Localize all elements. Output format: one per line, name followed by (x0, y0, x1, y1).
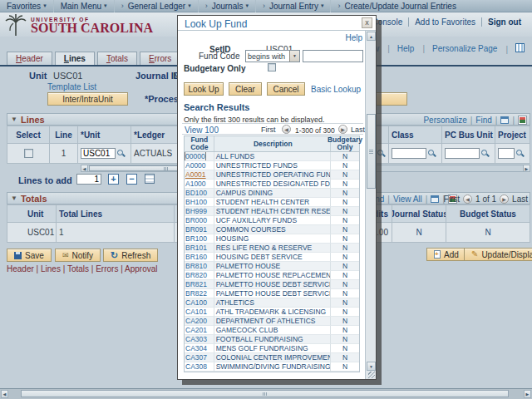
page-next-icon[interactable]: ▶ (500, 195, 509, 204)
page-previous-icon[interactable]: ◀ (282, 125, 291, 134)
modal-vscrollbar[interactable]: ▲ ▼ (365, 31, 376, 379)
view-100-link[interactable]: View 100 (185, 126, 219, 135)
scroll-right-icon[interactable]: ▶ (524, 390, 531, 398)
add-to-favorites-link[interactable]: Add to Favorites (408, 17, 481, 27)
operator-select[interactable]: begins with ▼ (245, 50, 300, 62)
lines-find-link[interactable]: Find (475, 116, 491, 125)
fund-code-link[interactable]: BR000 (185, 216, 207, 224)
download-spreadsheet-icon[interactable] (518, 116, 527, 125)
breadcrumb-journals[interactable]: ›Journals▾ (199, 0, 256, 12)
results-last-label[interactable]: Last (351, 126, 365, 134)
fund-code-link[interactable]: BR100 (185, 234, 207, 243)
line-class-input[interactable] (392, 148, 426, 159)
class-lookup-icon[interactable] (428, 150, 436, 158)
fund-code-link[interactable]: BR822 (185, 289, 207, 298)
menu-favorites[interactable]: Favorites▾ (0, 0, 54, 12)
modal-help-link[interactable]: Help (345, 33, 362, 42)
modal-vscroll-thumb[interactable] (367, 114, 376, 189)
unit-lookup-icon[interactable] (117, 150, 126, 158)
fund-code-input[interactable] (303, 50, 363, 62)
grid-layout-icon[interactable] (515, 43, 525, 52)
inter-intra-unit-button[interactable]: Inter/IntraUnit (47, 92, 128, 106)
menu-main-menu[interactable]: Main Menu▾ (54, 0, 115, 12)
line-project-input[interactable] (498, 148, 515, 159)
zoom-window-icon[interactable] (500, 116, 509, 124)
fund-code-link[interactable]: A0001 (185, 170, 206, 179)
fund-code-link[interactable]: A1000 (185, 180, 206, 188)
scroll-right-icon[interactable]: ▶ (523, 165, 530, 172)
fund-code-link[interactable]: A0000 (185, 161, 206, 170)
collapse-triangle-icon[interactable]: ▼ (11, 195, 17, 202)
add-button[interactable]: Add (426, 248, 466, 261)
fund-code-link[interactable]: BR810 (185, 262, 207, 270)
personalize-page-link[interactable]: Personalize Page (418, 44, 501, 53)
update-display-button[interactable]: ✎Update/Display (464, 248, 532, 261)
sign-out-link[interactable]: Sign out (481, 17, 527, 27)
tab-totals[interactable]: Totals (97, 52, 137, 65)
totals-view-all-link[interactable]: View All (393, 195, 422, 204)
fund-code-link[interactable]: BR091 (185, 225, 207, 234)
footer-link-header[interactable]: Header (7, 264, 34, 273)
footer-link-totals[interactable]: Totals (67, 264, 89, 273)
line-unit-input[interactable] (81, 148, 116, 159)
breadcrumb-general-ledger[interactable]: ›General Ledger▾ (115, 0, 199, 12)
line-select-checkbox[interactable] (24, 149, 33, 158)
fund-code-link[interactable]: BR821 (185, 280, 207, 288)
fund-code-link[interactable]: CA304 (185, 344, 207, 352)
fund-code-link[interactable]: CA303 (185, 335, 207, 343)
line-pc-bus-unit-input[interactable] (445, 148, 480, 159)
tab-header[interactable]: Header (7, 52, 52, 65)
page-previous-icon[interactable]: ◀ (463, 195, 472, 204)
resize-grip-icon[interactable] (368, 372, 375, 378)
notify-button[interactable]: ✉Notify (55, 249, 101, 262)
chevron-down-icon[interactable]: ▼ (289, 51, 299, 62)
fund-code-link[interactable]: BR101 (185, 244, 207, 252)
fund-code-link[interactable]: BR820 (185, 271, 207, 279)
fund-code-link[interactable]: CA200 (185, 317, 207, 325)
basic-lookup-link[interactable]: Basic Lookup (311, 85, 361, 94)
fund-code-link[interactable]: BH999 (185, 207, 207, 215)
project-lookup-icon[interactable] (516, 150, 525, 158)
fund-code-link[interactable]: CA101 (185, 308, 207, 316)
save-button[interactable]: Save (7, 249, 52, 262)
copy-journal-lines-icon[interactable] (145, 174, 155, 184)
hidden-field-lookup-icon[interactable] (377, 150, 386, 158)
footer-link-lines[interactable]: Lines (41, 264, 61, 273)
scroll-left-icon[interactable]: ◀ (1, 390, 8, 398)
window-hscroll-thumb[interactable] (21, 390, 509, 397)
delete-line-button[interactable]: − (126, 174, 137, 185)
scroll-up-icon[interactable]: ▲ (367, 32, 376, 41)
cancel-button[interactable]: Cancel (267, 82, 305, 96)
budget-status-value[interactable]: N (446, 223, 530, 243)
tab-errors[interactable]: Errors (140, 52, 180, 65)
fund-code-link[interactable]: 00000 (185, 152, 205, 160)
template-list-link[interactable]: Template List (47, 82, 96, 91)
collapse-triangle-icon[interactable]: ▼ (11, 116, 17, 123)
close-icon[interactable]: x (362, 17, 372, 28)
scroll-down-icon[interactable]: ▼ (367, 362, 376, 371)
lines-to-add-input[interactable] (76, 174, 101, 185)
journal-status-value[interactable]: N (392, 223, 446, 243)
totals-last-label[interactable]: Last (512, 195, 528, 204)
scroll-left-icon[interactable]: ◀ (81, 165, 88, 172)
footer-link-approval[interactable]: Approval (125, 264, 157, 273)
zoom-window-icon[interactable] (431, 195, 439, 203)
breadcrumb-journal-entry[interactable]: ›Journal Entry▾ (256, 0, 331, 12)
pc-bus-unit-lookup-icon[interactable] (481, 150, 490, 158)
fund-code-link[interactable]: BD100 (185, 189, 207, 197)
tab-lines[interactable]: Lines (55, 52, 95, 65)
help-link[interactable]: Help (383, 44, 418, 53)
totals-first-label[interactable]: First (444, 195, 460, 204)
budgetary-only-checkbox[interactable] (268, 63, 276, 71)
fund-code-link[interactable]: CA201 (185, 326, 207, 334)
fund-code-link[interactable]: CA308 (185, 362, 207, 371)
refresh-button[interactable]: ↻Refresh (103, 249, 158, 262)
fund-code-link[interactable]: BR160 (185, 253, 207, 261)
fund-code-link[interactable]: BH100 (185, 198, 207, 206)
lines-personalize-link[interactable]: Personalize (423, 116, 466, 125)
add-line-button[interactable]: + (108, 174, 119, 185)
fund-code-link[interactable]: CA307 (185, 353, 207, 362)
look-up-button[interactable]: Look Up (184, 82, 224, 96)
results-first-label[interactable]: First (261, 126, 276, 134)
clear-button[interactable]: Clear (229, 82, 262, 96)
